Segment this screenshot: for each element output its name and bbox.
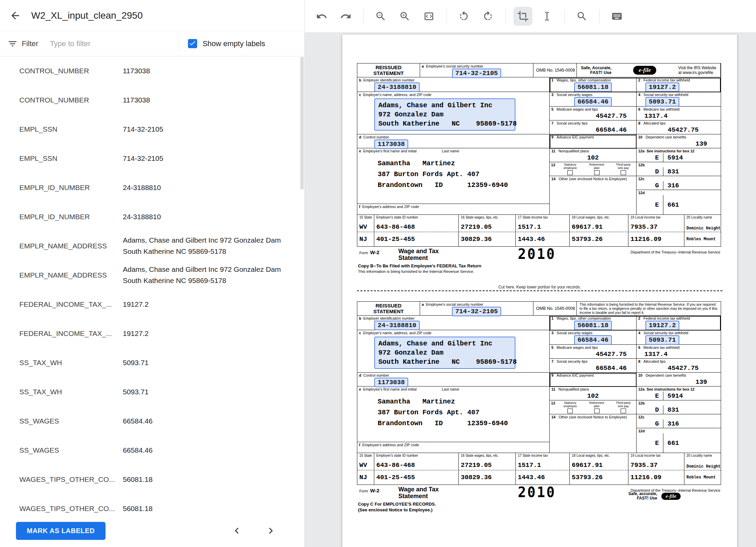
chevron-right-icon (265, 525, 277, 537)
previous-page-button[interactable] (231, 525, 243, 537)
third-party-sick-pay-checkbox[interactable] (621, 170, 626, 175)
scrollbar (300, 57, 304, 513)
third-party-sick-pay-checkbox[interactable] (621, 409, 626, 413)
box-2: 2 Federal income tax withheld 19127.2 (637, 316, 721, 330)
form-year: 2010 (518, 246, 556, 262)
label-name: CONTROL_NUMBER (19, 96, 123, 104)
efile-logo: e-file (633, 66, 656, 75)
box-14: 14 Other (see enclosed Notice to Employe… (550, 414, 636, 453)
box-12d: 12d E661 (637, 190, 721, 214)
state-cell: 11216.09 (628, 232, 684, 246)
zoom-out-button[interactable] (371, 7, 390, 26)
statutory-employee-checkbox[interactable] (567, 170, 573, 175)
redo-button[interactable] (336, 7, 355, 26)
code-view-icon (423, 11, 435, 22)
box-d-control-number: d Control number 1173038 (357, 134, 549, 148)
ssn-highlight[interactable]: 714-32-2105 (452, 69, 501, 78)
next-page-button[interactable] (265, 525, 277, 537)
box-12a: 12a See instructions for box 12 E5914 (637, 148, 721, 162)
state-cell: 11216.09 (628, 470, 684, 485)
rotate-left-button[interactable] (454, 7, 473, 26)
state-cell: 15 StateWV (357, 453, 374, 470)
statement-title: Wage and Tax Statement (398, 486, 439, 499)
state-cell: 17 State income tax1517.1 (516, 453, 570, 470)
label-row[interactable]: EMPL_SSN 714-32-2105 (0, 144, 304, 173)
box-a-ssn: a Employee's social security number 714-… (420, 302, 533, 315)
box-2: 2 Federal income tax withheld 19127.2 (637, 77, 721, 92)
label-row[interactable]: EMPLR_NAME_ADDRESS Adams, Chase and Gilb… (0, 231, 304, 261)
state-cell: 20 Locality nameDominic Heights (684, 215, 721, 232)
label-value: 714-32-2105 (123, 153, 282, 164)
employer-address-highlight[interactable]: Adams, Chase and Gilbert Inc 972 Gonzale… (374, 337, 515, 369)
label-row[interactable]: WAGES_TIPS_OTHER_CO... 56081.18 (0, 465, 304, 494)
control-number-highlight[interactable]: 1173038 (374, 378, 408, 387)
label-row[interactable]: SS_TAX_WH 5093.71 (0, 348, 304, 377)
toolbar-separator (564, 10, 565, 23)
label-row[interactable]: FEDERAL_INCOME_TAX_... 19127.2 (0, 290, 304, 319)
toolbar-separator (505, 10, 506, 23)
w2-footer: Form W-2 Wage and Tax Statement 2010 Dep… (357, 247, 721, 278)
label-row[interactable]: SS_WAGES 66584.46 (0, 407, 304, 436)
rotate-right-button[interactable] (478, 7, 497, 26)
arrow-back-icon (10, 10, 21, 21)
box-e-employee: e Employee's first name and initialLast … (357, 386, 549, 442)
code-view-button[interactable] (419, 7, 438, 26)
ein-highlight[interactable]: 24-3188810 (374, 321, 420, 330)
label-name: EMPLR_ID_NUMBER (19, 213, 123, 221)
text-selection-button[interactable] (537, 7, 556, 26)
state-cell: 30829.36 (459, 232, 516, 246)
retirement-plan-checkbox[interactable] (594, 170, 600, 175)
label-row[interactable]: EMPLR_NAME_ADDRESS Adams, Chase and Gilb… (0, 261, 304, 290)
document-canvas[interactable]: REISSUED STATEMENT a Employee's social s… (305, 32, 756, 547)
label-value: 5093.71 (123, 386, 282, 398)
label-row[interactable]: EMPLR_ID_NUMBER 24-3188810 (0, 202, 304, 231)
label-row[interactable]: CONTROL_NUMBER 1173038 (0, 86, 304, 115)
label-value: 56081.18 (123, 503, 282, 514)
toolbar-separator (446, 10, 447, 23)
box-1-highlight[interactable]: 56081.18 (574, 321, 612, 330)
scrollbar-thumb[interactable] (300, 57, 304, 189)
label-row[interactable]: EMPL_SSN 714-32-2105 (0, 115, 304, 144)
crop-button[interactable] (513, 7, 532, 26)
box-13-checkboxes: 13 Statutoryemployee Retirementplan Thir… (550, 162, 636, 176)
efile-promo: Safe, Accurate,FAST! Use e-file Visit th… (577, 63, 721, 77)
search-button[interactable] (572, 7, 591, 26)
label-row[interactable]: SS_WAGES 66584.46 (0, 436, 304, 465)
show-empty-labels-checkbox[interactable] (188, 39, 197, 48)
retirement-plan-checkbox[interactable] (594, 409, 600, 413)
state-cell: 15 StateWV (357, 215, 374, 232)
back-button[interactable] (10, 10, 21, 21)
app-window: W2_XL_input_clean_2950 Filter Show empty… (0, 0, 756, 547)
cut-here-text: Cut here. Keep lower portion for your re… (342, 285, 737, 289)
mark-as-labeled-button[interactable]: MARK AS LABELED (16, 522, 106, 540)
zoom-in-button[interactable] (395, 7, 414, 26)
box-4-highlight[interactable]: 5093.71 (645, 335, 679, 345)
label-row[interactable]: CONTROL_NUMBER 1173038 (0, 56, 304, 86)
label-row[interactable]: FEDERAL_INCOME_TAX_... 19127.2 (0, 319, 304, 348)
box-4-highlight[interactable]: 5093.71 (645, 97, 679, 107)
w2-form: REISSUED STATEMENT a Employee's social s… (357, 63, 721, 278)
statutory-employee-checkbox[interactable] (567, 409, 573, 413)
box-3-highlight[interactable]: 66584.46 (574, 335, 612, 345)
zoom-out-icon (375, 11, 386, 22)
box-2-highlight[interactable]: 19127.2 (645, 321, 679, 330)
label-row[interactable]: SS_TAX_WH 5093.71 (0, 377, 304, 407)
box-2-highlight[interactable]: 19127.2 (645, 82, 679, 92)
undo-button[interactable] (312, 7, 331, 26)
label-row[interactable]: EMPLR_ID_NUMBER 24-3188810 (0, 173, 304, 202)
employer-address-highlight[interactable]: Adams, Chase and Gilbert Inc 972 Gonzale… (374, 98, 515, 131)
state-cell: Robles Mount (684, 232, 721, 246)
box-3-highlight[interactable]: 66584.46 (574, 97, 612, 107)
ein-highlight[interactable]: 24-3188810 (374, 82, 420, 92)
zoom-in-icon (399, 11, 411, 22)
box-1-highlight[interactable]: 56081.18 (574, 82, 612, 92)
keyboard-button[interactable] (607, 7, 626, 26)
box-7: 7 Social security tips 66584.46 (550, 120, 636, 134)
filter-input[interactable] (50, 39, 179, 48)
state-row: 15 StateWV Employer's state ID number643… (357, 453, 721, 470)
label-value: Adams, Chase and Gilbert Inc 972 Gonzale… (123, 264, 282, 286)
control-number-highlight[interactable]: 1173038 (374, 139, 408, 149)
toolbar-separator (363, 10, 363, 23)
ssn-highlight[interactable]: 714-32-2105 (452, 307, 501, 316)
copy-c-notice: This information is being furnished to t… (577, 302, 721, 315)
